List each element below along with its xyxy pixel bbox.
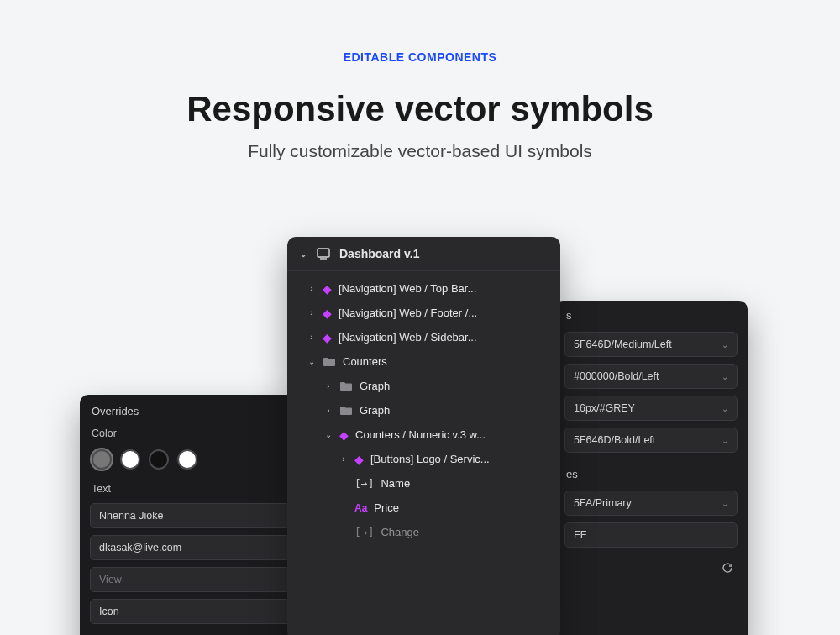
layer-row[interactable]: ⌄ ◆ Counters / Numeric v.3 w... (287, 422, 560, 447)
color-swatch[interactable] (149, 449, 169, 470)
chevron-down-icon: ⌄ (307, 357, 316, 366)
folder-icon (323, 357, 336, 367)
group-icon: [→] (354, 477, 374, 490)
style-dropdown[interactable]: 5FA/Primary⌄ (564, 491, 738, 516)
artboard-icon (316, 248, 331, 260)
layer-label: Counters / Numeric v.3 w... (355, 428, 486, 441)
color-swatch[interactable] (120, 449, 140, 470)
layer-label: Counters (343, 355, 387, 368)
symbol-icon: ◆ (323, 283, 332, 295)
override-text-input[interactable]: Nnenna Jioke (90, 503, 292, 528)
style-dropdown-value: 5F646D/Medium/Left (574, 338, 672, 350)
layer-row[interactable]: › [→] Change (287, 520, 560, 544)
style-dropdown-value: #000000/Bold/Left (574, 370, 659, 382)
layer-label: Name (381, 477, 410, 490)
right-section-head-1: es (554, 468, 748, 487)
override-text-input[interactable]: View (90, 567, 292, 592)
color-label: Color (80, 422, 302, 444)
layer-label: [Navigation] Web / Footer /... (339, 307, 477, 319)
style-dropdown[interactable]: 5F646D/Bold/Left⌄ (564, 428, 738, 453)
symbol-icon: ◆ (339, 429, 349, 441)
artboard-title: Dashboard v.1 (339, 247, 419, 260)
layer-label: Graph (360, 404, 390, 417)
layer-label: Change (381, 526, 419, 538)
style-dropdown-value: 5F646D/Bold/Left (574, 434, 655, 446)
style-dropdown-value: 5FA/Primary (574, 497, 632, 509)
style-dropdown[interactable]: 5F646D/Medium/Left⌄ (564, 332, 738, 357)
folder-icon (339, 381, 353, 391)
layer-row[interactable]: › ◆ [Buttons] Logo / Servic... (287, 447, 560, 471)
chevron-right-icon: › (339, 454, 348, 464)
layer-row[interactable]: ⌄ Counters (287, 349, 560, 374)
chevron-down-icon: ⌄ (299, 249, 307, 259)
right-properties-panel: s 5F646D/Medium/Left⌄ #000000/Bold/Left⌄… (554, 301, 748, 635)
folder-icon (339, 406, 353, 416)
override-text-input[interactable]: Icon (90, 599, 292, 624)
text-label: Text (80, 478, 302, 500)
layer-row[interactable]: › Graph (287, 398, 560, 422)
style-dropdown[interactable]: #000000/Bold/Left⌄ (564, 364, 738, 389)
layer-label: [Buttons] Logo / Servic... (370, 453, 490, 465)
layers-panel-header[interactable]: ⌄ Dashboard v.1 (287, 237, 560, 271)
eyebrow-label: EDITABLE COMPONENTS (0, 50, 840, 64)
symbol-icon: ◆ (323, 307, 332, 319)
style-dropdown[interactable]: FF (564, 522, 738, 548)
style-dropdown-value: 16px/#GREY (574, 402, 635, 414)
symbol-icon: ◆ (354, 454, 364, 465)
color-swatch[interactable] (177, 449, 197, 470)
layer-row[interactable]: › Graph (287, 374, 560, 398)
chevron-down-icon: ⌄ (722, 372, 728, 381)
layer-label: Graph (360, 380, 390, 392)
page-headline: Responsive vector symbols (0, 89, 840, 129)
layer-row[interactable]: › Aa Price (287, 496, 560, 520)
overrides-panel: Overrides Color Text Nnenna Jioke dkasak… (80, 395, 302, 635)
layers-panel: ⌄ Dashboard v.1 › ◆ [Navigation] Web / T… (287, 237, 560, 635)
symbol-icon: ◆ (323, 332, 332, 344)
text-layer-icon: Aa (354, 502, 367, 514)
chevron-right-icon: › (307, 333, 316, 342)
layer-label: Price (374, 501, 399, 514)
group-icon: [→] (354, 526, 374, 538)
chevron-down-icon: ⌄ (722, 340, 728, 349)
overrides-title: Overrides (80, 395, 302, 422)
page-subhead: Fully customizable vector-based UI symbo… (0, 141, 840, 161)
layer-label: [Navigation] Web / Top Bar... (339, 282, 476, 295)
chevron-right-icon: › (324, 406, 333, 415)
chevron-down-icon: ⌄ (722, 499, 728, 508)
chevron-down-icon: ⌄ (722, 436, 728, 445)
right-section-head-0: s (554, 309, 748, 328)
color-swatch[interactable] (92, 449, 112, 470)
chevron-right-icon: › (307, 284, 316, 293)
style-dropdown-value: FF (574, 529, 586, 541)
refresh-icon[interactable] (721, 561, 734, 577)
chevron-right-icon: › (324, 381, 333, 391)
chevron-right-icon: › (307, 308, 316, 318)
chevron-down-icon: ⌄ (722, 404, 728, 413)
override-text-input[interactable]: dkasak@live.com (90, 535, 292, 560)
chevron-down-icon: ⌄ (324, 430, 333, 439)
layer-row[interactable]: › ◆ [Navigation] Web / Top Bar... (287, 276, 560, 301)
layer-row[interactable]: › ◆ [Navigation] Web / Sidebar... (287, 325, 560, 349)
layer-row[interactable]: › ◆ [Navigation] Web / Footer /... (287, 301, 560, 325)
layer-label: [Navigation] Web / Sidebar... (339, 331, 477, 344)
svg-rect-0 (318, 249, 329, 257)
style-dropdown[interactable]: 16px/#GREY⌄ (564, 396, 738, 421)
layer-row[interactable]: › [→] Name (287, 471, 560, 496)
